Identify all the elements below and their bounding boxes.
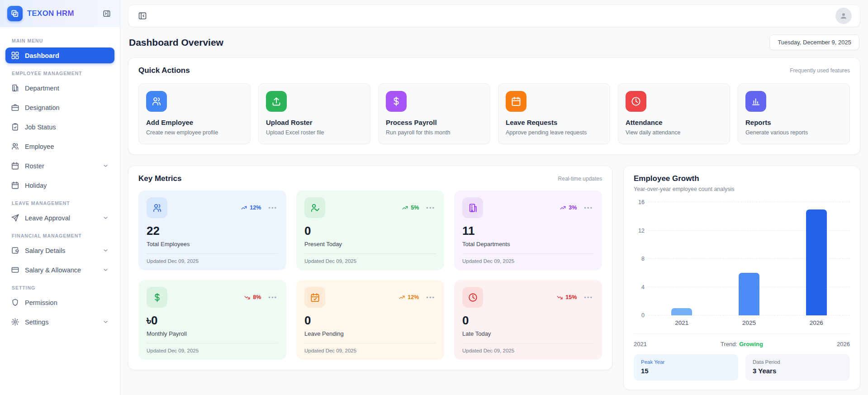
building-icon bbox=[11, 84, 19, 92]
sidebar-item-designation[interactable]: Designation bbox=[5, 100, 114, 115]
metric-trend-value: 8% bbox=[253, 294, 261, 300]
trending-up-icon bbox=[241, 205, 247, 211]
metric-value: ৳0 bbox=[147, 314, 278, 328]
x-tick-label: 2025 bbox=[716, 319, 783, 326]
sidebar-item-department[interactable]: Department bbox=[5, 80, 114, 96]
sidebar-item-leave-approval[interactable]: Leave Approval bbox=[5, 210, 114, 226]
sidebar-item-salary-details[interactable]: Salary Details bbox=[5, 243, 114, 258]
dollar-icon bbox=[147, 287, 167, 308]
metric-card-present-today: 5%•••0Present TodayUpdated Dec 09, 2025 bbox=[296, 190, 444, 270]
bar-column bbox=[783, 202, 850, 315]
metric-grid: 12%•••22Total EmployeesUpdated Dec 09, 2… bbox=[138, 190, 602, 360]
metric-label: Total Departments bbox=[462, 241, 594, 247]
user-avatar[interactable] bbox=[835, 8, 852, 24]
sidebar-item-dashboard[interactable]: Dashboard bbox=[5, 48, 114, 63]
metric-label: Leave Pending bbox=[304, 330, 436, 337]
metric-trend-value: 5% bbox=[411, 205, 419, 211]
data-period-stat: Data Period 3 Years bbox=[745, 354, 850, 381]
metric-menu-icon[interactable]: ••• bbox=[425, 294, 436, 301]
sidebar-section-label: LEAVE MANAGEMENT bbox=[12, 200, 108, 206]
y-tick-label: 8 bbox=[641, 256, 645, 262]
metric-trend: 15% bbox=[556, 294, 577, 301]
metric-menu-icon[interactable]: ••• bbox=[267, 204, 278, 212]
app-logo-icon bbox=[7, 6, 23, 21]
metric-value: 0 bbox=[304, 314, 436, 328]
chevron-down-icon bbox=[102, 267, 109, 273]
trending-up-icon bbox=[560, 205, 566, 211]
sidebar-section-label: SETTING bbox=[12, 285, 108, 290]
user-check-icon bbox=[304, 197, 325, 218]
y-tick-label: 0 bbox=[641, 312, 645, 319]
metric-updated: Updated Dec 09, 2025 bbox=[147, 253, 278, 264]
quick-action-process-payroll[interactable]: Process PayrollRun payroll for this mont… bbox=[378, 83, 490, 144]
growth-chart-plot bbox=[648, 202, 850, 315]
bar-chart-icon bbox=[745, 91, 766, 112]
metric-value: 0 bbox=[304, 224, 436, 238]
sidebar-item-job-status[interactable]: Job Status bbox=[5, 119, 114, 135]
sidebar-item-label: Job Status bbox=[25, 124, 109, 131]
data-period-value: 3 Years bbox=[753, 367, 843, 375]
wallet-icon bbox=[11, 246, 19, 255]
y-tick-label: 12 bbox=[638, 228, 645, 234]
sidebar-item-label: Leave Approval bbox=[25, 214, 97, 222]
metric-label: Monthly Payroll bbox=[147, 330, 278, 337]
sidebar-collapse-icon[interactable] bbox=[137, 10, 148, 22]
gear-icon bbox=[11, 318, 19, 326]
clock-icon bbox=[462, 287, 483, 308]
topbar bbox=[128, 5, 860, 27]
sidebar: TEXON HRM MAIN MENUDashboardEMPLOYEE MAN… bbox=[0, 0, 120, 395]
calendar-check-icon bbox=[304, 287, 325, 308]
main-area: Dashboard Overview Tuesday, December 9, … bbox=[120, 0, 868, 395]
metric-label: Total Employees bbox=[147, 241, 278, 247]
quick-action-title: Add Employee bbox=[146, 119, 243, 126]
peak-year-value: 15 bbox=[641, 367, 731, 375]
employee-growth-subtitle: Year-over-year employee count analysis bbox=[634, 186, 850, 192]
metric-menu-icon[interactable]: ••• bbox=[267, 294, 278, 301]
add-employee-icon bbox=[146, 91, 167, 112]
sidebar-item-salary-allowance[interactable]: Salary & Allowance bbox=[5, 262, 114, 278]
sidebar-item-settings[interactable]: Settings bbox=[5, 314, 114, 330]
sidebar-item-holiday[interactable]: Holiday bbox=[5, 177, 114, 193]
chart-trend: Trend:Growing bbox=[721, 341, 763, 347]
credit-card-icon bbox=[11, 266, 19, 274]
quick-action-title: Leave Requests bbox=[506, 119, 602, 126]
chevron-down-icon bbox=[102, 162, 109, 169]
metric-label: Present Today bbox=[304, 241, 436, 247]
quick-action-title: Attendance bbox=[626, 119, 722, 126]
dashboard-icon bbox=[11, 51, 19, 60]
quick-action-description: Run payroll for this month bbox=[386, 129, 483, 136]
quick-action-reports[interactable]: ReportsGenerate various reports bbox=[738, 83, 850, 144]
sidebar-section-label: EMPLOYEE MANAGEMENT bbox=[12, 71, 108, 76]
metric-menu-icon[interactable]: ••• bbox=[425, 204, 436, 212]
metric-updated: Updated Dec 09, 2025 bbox=[304, 253, 436, 264]
quick-action-description: Upload Excel roster file bbox=[266, 129, 363, 136]
metric-label: Late Today bbox=[462, 330, 594, 337]
app-name: TEXON HRM bbox=[27, 9, 96, 18]
metric-card-monthly-payroll: 8%•••৳0Monthly PayrollUpdated Dec 09, 20… bbox=[138, 280, 286, 360]
quick-action-description: Generate various reports bbox=[745, 129, 842, 136]
y-tick-label: 4 bbox=[641, 284, 645, 290]
quick-action-leave-requests[interactable]: Leave RequestsApprove pending leave requ… bbox=[498, 83, 610, 144]
quick-action-upload-roster[interactable]: Upload RosterUpload Excel roster file bbox=[258, 83, 370, 144]
clock-icon bbox=[626, 91, 646, 112]
quick-action-description: View daily attendance bbox=[626, 129, 722, 136]
sidebar-item-employee[interactable]: Employee bbox=[5, 138, 114, 154]
dollar-icon bbox=[386, 91, 407, 112]
metric-trend: 3% bbox=[560, 205, 577, 211]
x-tick-label: 2026 bbox=[783, 319, 850, 326]
sidebar-item-roster[interactable]: Roster bbox=[5, 158, 114, 174]
sidebar-item-permission[interactable]: Permission bbox=[5, 295, 114, 310]
sidebar-item-label: Dashboard bbox=[25, 52, 109, 59]
sidebar-panel-toggle-icon[interactable] bbox=[101, 8, 113, 19]
employee-growth-card: Employee Growth Year-over-year employee … bbox=[623, 166, 860, 390]
quick-action-title: Reports bbox=[745, 119, 842, 126]
quick-action-attendance[interactable]: AttendanceView daily attendance bbox=[618, 83, 730, 144]
chevron-down-icon bbox=[102, 247, 109, 254]
metric-menu-icon[interactable]: ••• bbox=[583, 294, 594, 301]
quick-action-add-employee[interactable]: Add EmployeeCreate new employee profile bbox=[138, 83, 251, 144]
x-tick-label: 2021 bbox=[648, 319, 716, 326]
quick-actions-title: Quick Actions bbox=[138, 66, 190, 75]
metric-menu-icon[interactable]: ••• bbox=[583, 204, 594, 212]
y-axis-labels: 0481216 bbox=[634, 202, 648, 315]
sidebar-section-label: MAIN MENU bbox=[12, 38, 108, 43]
